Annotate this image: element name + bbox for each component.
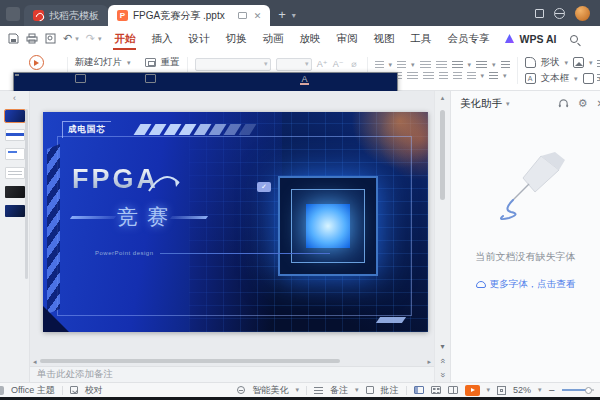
slide-thumbnail-2[interactable]: [5, 129, 25, 141]
slide-thumbnail-3[interactable]: [5, 148, 25, 160]
zoom-out-icon[interactable]: −: [549, 384, 555, 396]
picture-icon[interactable]: [573, 57, 584, 68]
proofread-label[interactable]: 校对: [85, 384, 103, 397]
notes-toggle-label[interactable]: 备注: [330, 384, 348, 397]
play-from-current-icon[interactable]: [29, 55, 44, 70]
smart-align-caret-icon[interactable]: ▾: [503, 72, 507, 80]
normal-view-icon[interactable]: [414, 386, 424, 394]
textbox-caret-icon[interactable]: ▾: [574, 75, 578, 83]
collapse-panel-icon[interactable]: ‹: [13, 94, 16, 103]
undo-caret-icon[interactable]: ▾: [75, 35, 79, 43]
paragraph-spacing-icon[interactable]: [467, 72, 476, 80]
slide-thumbnail-5[interactable]: [5, 186, 25, 198]
menu-member[interactable]: 会员专享: [446, 28, 490, 50]
align-justify-icon[interactable]: [423, 72, 434, 80]
zoom-slider-thumb[interactable]: [585, 387, 592, 394]
print-icon[interactable]: [26, 33, 38, 44]
numbering-caret-icon[interactable]: ▾: [411, 61, 415, 69]
panel-close-icon[interactable]: ✕: [597, 98, 600, 109]
grow-font-button[interactable]: A⁺: [317, 59, 328, 69]
line-spacing-icon[interactable]: [476, 61, 487, 69]
font-name-combo[interactable]: ▾: [195, 58, 271, 71]
panel-title-caret-icon[interactable]: ▾: [506, 100, 510, 108]
new-tab-button[interactable]: +: [278, 8, 286, 21]
merge-shapes-icon[interactable]: [501, 61, 510, 69]
settings-gear-icon[interactable]: ⚙: [578, 97, 588, 110]
shapes-button[interactable]: 形状: [541, 56, 560, 69]
scroll-left-icon[interactable]: ◂: [33, 358, 37, 365]
slide-thumbnail-1[interactable]: [5, 110, 25, 122]
new-slide-button[interactable]: 新建幻灯片▾: [75, 56, 131, 69]
float-window-icon[interactable]: [238, 12, 247, 19]
hscroll-track[interactable]: [40, 358, 425, 364]
clear-format-icon[interactable]: ⌀: [349, 59, 360, 69]
zoom-caret-icon[interactable]: ▾: [538, 386, 542, 394]
next-slide-icon[interactable]: »: [438, 372, 447, 376]
slide-caption[interactable]: PowerPoint design: [95, 250, 330, 256]
tab-close-icon[interactable]: ✕: [254, 11, 262, 21]
text-direction-caret-icon[interactable]: ▾: [468, 61, 472, 69]
undo-icon[interactable]: ↶: [63, 32, 72, 45]
columns-icon[interactable]: [453, 72, 462, 80]
tab-docer-templates[interactable]: 找稻壳模板: [24, 5, 108, 26]
more-fonts-link[interactable]: 更多字体，点击查看: [476, 278, 576, 291]
wps-ai-button[interactable]: WPS AI: [504, 33, 556, 45]
font-size-combo[interactable]: ▾: [276, 58, 312, 71]
scroll-down-icon[interactable]: ▾: [440, 343, 444, 351]
line-spacing-caret-icon[interactable]: ▾: [492, 61, 496, 69]
textbox-button[interactable]: 文本框: [541, 72, 570, 85]
decrease-indent-icon[interactable]: [420, 61, 431, 69]
slide-sorter-view-icon[interactable]: [431, 386, 441, 394]
menu-insert[interactable]: 插入: [150, 28, 173, 50]
slide-thumbnail-4[interactable]: [5, 167, 25, 179]
shrink-font-button[interactable]: A⁻: [333, 59, 344, 69]
redo-icon[interactable]: ↷: [86, 32, 95, 45]
menu-home[interactable]: 开始: [113, 28, 136, 50]
notes-caret-icon[interactable]: ▾: [355, 386, 359, 394]
menu-animations[interactable]: 动画: [261, 28, 284, 50]
menu-view[interactable]: 视图: [372, 28, 395, 50]
support-headset-icon[interactable]: [558, 98, 569, 109]
bullets-icon[interactable]: [375, 61, 384, 69]
vscroll-thumb[interactable]: [440, 110, 445, 200]
redo-caret-icon[interactable]: ▾: [98, 35, 102, 43]
picture-caret-icon[interactable]: ▾: [589, 59, 593, 67]
restore-window-icon[interactable]: [535, 9, 544, 18]
theme-label[interactable]: Office 主题: [11, 384, 55, 397]
beautify-caret-icon[interactable]: ▾: [295, 386, 299, 394]
slide-subtitle[interactable]: 竞赛: [117, 203, 177, 231]
smart-align-icon[interactable]: [489, 72, 498, 80]
smart-beautify-label[interactable]: 智能美化: [252, 384, 288, 397]
tab-active-document[interactable]: P FPGA竞赛分享 .pptx ✕: [108, 5, 270, 26]
slide-thumbnail-6[interactable]: [5, 205, 25, 217]
fit-slide-icon[interactable]: [497, 386, 506, 395]
save-icon[interactable]: [8, 33, 19, 44]
distribute-text-icon[interactable]: [439, 72, 448, 80]
numbering-icon[interactable]: [397, 61, 406, 69]
bullets-caret-icon[interactable]: ▾: [389, 61, 393, 69]
increase-indent-icon[interactable]: [436, 61, 447, 69]
slideshow-play-button[interactable]: [465, 385, 480, 396]
menu-transitions[interactable]: 切换: [224, 28, 247, 50]
search-icon[interactable]: [570, 35, 578, 43]
text-direction-icon[interactable]: [452, 61, 463, 69]
zoom-level[interactable]: 52%: [513, 385, 531, 395]
font-color-button[interactable]: A: [299, 74, 310, 84]
menu-tools[interactable]: 工具: [409, 28, 432, 50]
tab-list-caret-icon[interactable]: ▾: [292, 11, 296, 20]
home-menu-icon[interactable]: [6, 7, 20, 21]
align-right-icon[interactable]: [407, 72, 418, 80]
print-preview-icon[interactable]: [45, 33, 56, 44]
reading-view-icon[interactable]: [448, 386, 458, 394]
hscroll-thumb[interactable]: [40, 359, 340, 363]
menu-slideshow[interactable]: 放映: [298, 28, 321, 50]
previous-slide-icon[interactable]: «: [438, 358, 447, 362]
shapes-caret-icon[interactable]: ▾: [565, 59, 569, 67]
slide-org-label[interactable]: 成电国芯: [62, 121, 111, 138]
slide-editor[interactable]: 成电国芯 FPGA 竞赛 PowerPoint design ✓: [43, 112, 428, 332]
arrange-icon[interactable]: [583, 73, 594, 84]
scroll-up-icon[interactable]: ▴: [441, 94, 445, 102]
reset-button[interactable]: 重置: [145, 56, 180, 69]
paragraph-spacing-caret-icon[interactable]: ▾: [481, 72, 485, 80]
menu-design[interactable]: 设计: [187, 28, 210, 50]
